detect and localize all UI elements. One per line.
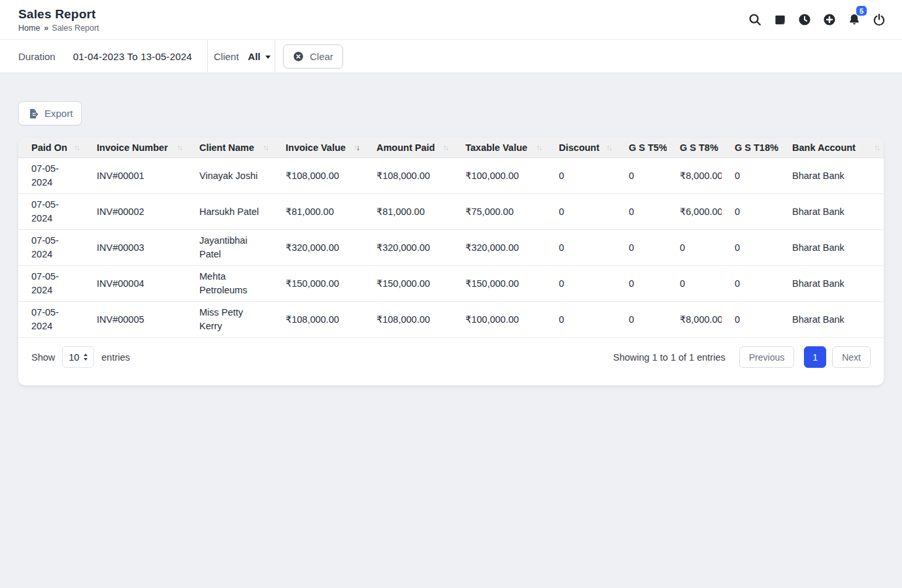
sort-arrows-icon[interactable]: ↑↓ — [537, 144, 542, 152]
sort-arrows-icon[interactable]: ↑↓ — [875, 144, 880, 152]
breadcrumb-current: Sales Report — [52, 24, 99, 33]
table-row: 07-05-2024INV#00001Vinayak Joshi₹108,000… — [18, 158, 884, 194]
cell-discount: 0 — [546, 158, 616, 194]
column-header-invoice_value[interactable]: Invoice Value↑↓ — [273, 138, 363, 158]
column-label: Discount — [559, 142, 599, 153]
column-label: Paid On — [31, 142, 67, 153]
cell-discount: 0 — [546, 302, 616, 338]
add-icon[interactable] — [817, 7, 842, 32]
cell-amount_paid: ₹108,000.00 — [363, 158, 452, 194]
duration-label: Duration — [18, 51, 56, 62]
filter-bar: Duration 01-04-2023 To 13-05-2024 Client… — [0, 39, 902, 73]
breadcrumb: Home » Sales Report — [18, 24, 99, 33]
power-icon[interactable] — [867, 7, 892, 32]
cell-gst8: 0 — [667, 266, 722, 302]
cell-gst8: ₹8,000.00 — [667, 302, 722, 338]
clock-icon[interactable] — [792, 7, 817, 32]
sort-arrows-icon[interactable]: ↑↓ — [263, 144, 269, 152]
cell-invoice_number: INV#00005 — [84, 302, 186, 338]
cell-gst8: ₹6,000.00 — [667, 194, 722, 230]
column-header-gst8: G S T8% — [667, 138, 722, 158]
cell-paid_on: 07-05-2024 — [18, 266, 84, 302]
export-button[interactable]: Export — [18, 101, 82, 125]
client-filter: Client All — [208, 40, 275, 73]
chevron-down-icon — [265, 56, 271, 59]
page-size-select[interactable]: 10 — [62, 346, 94, 368]
top-bar: Sales Report Home » Sales Report 5 — [0, 0, 902, 39]
report-card: Paid On↑↓Invoice Number↑↓Client Name↑↓In… — [18, 138, 884, 385]
column-label: Invoice Value — [286, 142, 346, 153]
cell-discount: 0 — [546, 194, 616, 230]
duration-range-input[interactable]: 01-04-2023 To 13-05-2024 — [73, 51, 192, 62]
cell-gst18: 0 — [722, 158, 779, 194]
cell-invoice_value: ₹108,000.00 — [273, 302, 363, 338]
clear-button-label: Clear — [310, 51, 333, 62]
cell-invoice_value: ₹320,000.00 — [273, 230, 363, 266]
search-icon[interactable] — [743, 7, 767, 32]
breadcrumb-home[interactable]: Home — [18, 24, 40, 33]
cell-bank_account: Bharat Bank — [779, 302, 884, 338]
cell-gst5: 0 — [616, 194, 667, 230]
cell-amount_paid: ₹320,000.00 — [363, 230, 452, 266]
column-header-amount_paid[interactable]: Amount Paid↑↓ — [363, 138, 452, 158]
pagination: Showing 1 to 1 of 1 entries Previous 1 N… — [613, 346, 871, 368]
client-select[interactable]: All — [248, 51, 270, 62]
sort-arrows-icon[interactable]: ↑↓ — [354, 144, 359, 152]
column-header-client_name[interactable]: Client Name↑↓ — [186, 138, 273, 158]
cell-invoice_number: INV#00002 — [84, 194, 186, 230]
page-title: Sales Report — [18, 7, 99, 22]
note-icon[interactable] — [767, 7, 792, 32]
sort-arrows-icon[interactable]: ↑↓ — [75, 144, 80, 152]
cell-client_name: Jayantibhai Patel — [186, 230, 273, 266]
cell-gst18: 0 — [722, 230, 779, 266]
page-size-value: 10 — [69, 352, 79, 363]
column-label: Taxable Value — [465, 142, 527, 153]
show-label: Show — [31, 352, 55, 363]
cell-taxable_value: ₹100,000.00 — [452, 302, 546, 338]
column-header-gst18: G S T18% — [722, 138, 779, 158]
cell-gst5: 0 — [616, 302, 667, 338]
column-header-invoice_number[interactable]: Invoice Number↑↓ — [84, 138, 186, 158]
cell-paid_on: 07-05-2024 — [18, 194, 84, 230]
sort-arrows-icon[interactable]: ↑↓ — [607, 144, 612, 152]
column-header-bank_account[interactable]: Bank Account↑↓ — [779, 138, 884, 158]
cell-gst5: 0 — [616, 266, 667, 302]
sales-report-table: Paid On↑↓Invoice Number↑↓Client Name↑↓In… — [18, 138, 884, 338]
cell-gst18: 0 — [722, 266, 779, 302]
breadcrumb-separator-icon: » — [44, 24, 48, 33]
column-label: Bank Account — [792, 142, 856, 153]
cell-gst5: 0 — [616, 158, 667, 194]
sort-arrows-icon[interactable]: ↑↓ — [443, 144, 448, 152]
column-header-taxable_value[interactable]: Taxable Value↑↓ — [452, 138, 546, 158]
column-header-paid_on[interactable]: Paid On↑↓ — [18, 138, 84, 158]
cell-paid_on: 07-05-2024 — [18, 158, 84, 194]
cell-client_name: Harsukh Patel — [186, 194, 273, 230]
column-header-discount[interactable]: Discount↑↓ — [546, 138, 616, 158]
table-header-row: Paid On↑↓Invoice Number↑↓Client Name↑↓In… — [18, 138, 884, 158]
cell-bank_account: Bharat Bank — [779, 230, 884, 266]
notifications-bell-icon[interactable]: 5 — [842, 7, 867, 32]
cell-gst8: 0 — [667, 230, 722, 266]
page-size-group: Show 10 entries — [31, 346, 130, 368]
cell-invoice_number: INV#00001 — [84, 158, 186, 194]
cell-gst8: ₹8,000.00 — [667, 158, 722, 194]
column-label: Client Name — [199, 142, 254, 153]
table-row: 07-05-2024INV#00005Miss Petty Kerry₹108,… — [18, 302, 884, 338]
cell-bank_account: Bharat Bank — [779, 266, 884, 302]
cell-amount_paid: ₹81,000.00 — [363, 194, 452, 230]
column-label: G S T8% — [680, 142, 718, 153]
previous-page-button[interactable]: Previous — [739, 346, 794, 368]
table-row: 07-05-2024INV#00003Jayantibhai Patel₹320… — [18, 230, 884, 266]
table-row: 07-05-2024INV#00002Harsukh Patel₹81,000.… — [18, 194, 884, 230]
current-page-button[interactable]: 1 — [804, 346, 826, 368]
cell-paid_on: 07-05-2024 — [18, 230, 84, 266]
top-icons: 5 — [743, 7, 892, 32]
cell-gst5: 0 — [616, 230, 667, 266]
clear-filters-button[interactable]: Clear — [283, 44, 343, 69]
next-page-button[interactable]: Next — [832, 346, 871, 368]
title-block: Sales Report Home » Sales Report — [18, 7, 99, 33]
entries-label: entries — [101, 352, 130, 363]
client-selected-value: All — [248, 51, 260, 62]
sort-arrows-icon[interactable]: ↑↓ — [177, 144, 182, 152]
column-header-gst5: G S T5% — [616, 138, 667, 158]
